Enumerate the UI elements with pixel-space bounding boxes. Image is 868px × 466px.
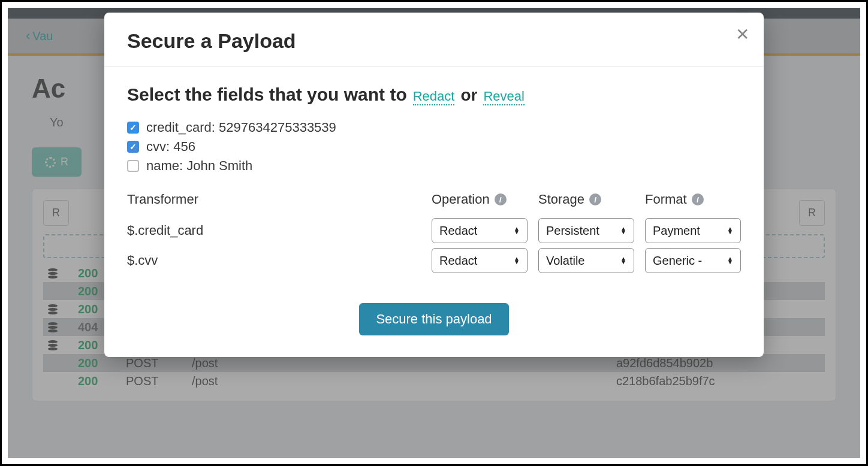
chevron-updown-icon: ▲▼ <box>514 257 520 264</box>
storage-header: Storagei <box>538 192 634 207</box>
field-checkbox[interactable] <box>127 122 139 134</box>
field-row: name: John Smith <box>127 158 741 174</box>
redact-link[interactable]: Redact <box>413 89 455 105</box>
storage-select[interactable]: Persistent▲▼ <box>538 218 634 243</box>
modal-title: Secure a Payload <box>127 29 741 53</box>
field-row: cvv: 456 <box>127 139 741 155</box>
info-icon[interactable]: i <box>692 193 704 205</box>
field-label: cvv: 456 <box>146 139 195 155</box>
prompt-text: Select the fields that you want to <box>127 84 407 105</box>
storage-select[interactable]: Volatile▲▼ <box>538 248 634 273</box>
transformer-row: $.credit_cardRedact▲▼Persistent▲▼Payment… <box>127 218 741 243</box>
field-row: credit_card: 5297634275333539 <box>127 120 741 135</box>
chevron-updown-icon: ▲▼ <box>620 257 626 264</box>
field-list: credit_card: 5297634275333539cvv: 456nam… <box>127 120 741 174</box>
field-label: credit_card: 5297634275333539 <box>146 120 336 135</box>
format-select[interactable]: Payment▲▼ <box>645 218 741 243</box>
chevron-updown-icon: ▲▼ <box>514 227 520 234</box>
chevron-updown-icon: ▲▼ <box>620 227 626 234</box>
or-text: or <box>460 86 477 105</box>
field-checkbox[interactable] <box>127 160 139 172</box>
format-header: Formati <box>645 192 741 207</box>
close-icon[interactable]: ✕ <box>736 25 749 44</box>
reveal-link[interactable]: Reveal <box>483 89 524 105</box>
transformer-header: Transformer <box>127 192 421 207</box>
info-icon[interactable]: i <box>495 193 507 205</box>
transformer-row: $.cvvRedact▲▼Volatile▲▼Generic -▲▼ <box>127 248 741 273</box>
operation-header: Operationi <box>432 192 528 207</box>
chevron-updown-icon: ▲▼ <box>727 257 733 264</box>
select-prompt: Select the fields that you want to Redac… <box>127 84 741 105</box>
operation-select[interactable]: Redact▲▼ <box>432 248 528 273</box>
modal-overlay: ✕ Secure a Payload Select the fields tha… <box>8 8 860 458</box>
field-label: name: John Smith <box>146 158 252 174</box>
operation-select[interactable]: Redact▲▼ <box>432 218 528 243</box>
chevron-updown-icon: ▲▼ <box>727 227 733 234</box>
transformer-path: $.credit_card <box>127 223 421 238</box>
info-icon[interactable]: i <box>589 193 601 205</box>
secure-payload-modal: ✕ Secure a Payload Select the fields tha… <box>104 13 764 357</box>
secure-payload-button[interactable]: Secure this payload <box>359 303 508 335</box>
transformer-header-row: Transformer Operationi Storagei Formati <box>127 192 741 213</box>
field-checkbox[interactable] <box>127 141 139 153</box>
format-select[interactable]: Generic -▲▼ <box>645 248 741 273</box>
transformer-path: $.cvv <box>127 253 421 268</box>
